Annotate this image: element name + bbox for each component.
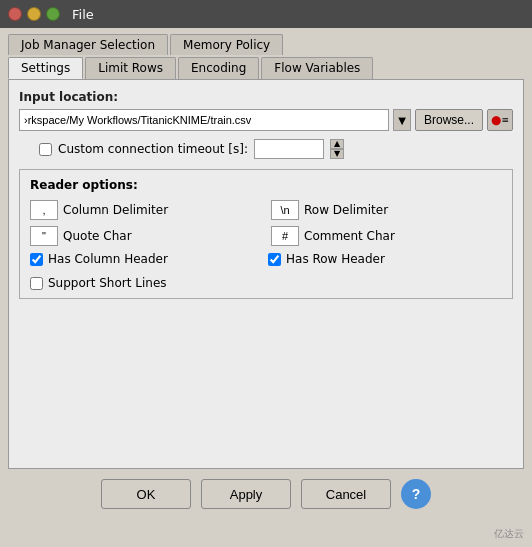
browse-button[interactable]: Browse... (415, 109, 483, 131)
spinner-down[interactable]: ▼ (330, 149, 344, 159)
support-short-lines-checkbox[interactable] (30, 277, 43, 290)
spinner-up[interactable]: ▲ (330, 139, 344, 149)
row-delimiter-label: Row Delimiter (304, 203, 388, 217)
comment-char-row: Comment Char (271, 226, 502, 246)
timeout-checkbox[interactable] (39, 143, 52, 156)
window-controls[interactable] (8, 7, 60, 21)
tab-limit-rows[interactable]: Limit Rows (85, 57, 176, 79)
tab-row-1: Job Manager Selection Memory Policy (8, 34, 524, 55)
quote-char-row: Quote Char (30, 226, 261, 246)
comment-char-label: Comment Char (304, 229, 395, 243)
tab-job-manager-selection[interactable]: Job Manager Selection (8, 34, 168, 55)
tab-row-2: Settings Limit Rows Encoding Flow Variab… (8, 57, 524, 79)
apply-button[interactable]: Apply (201, 479, 291, 509)
remote-icon-arrow: ≡ (501, 115, 509, 125)
tab-flow-variables[interactable]: Flow Variables (261, 57, 373, 79)
file-path-input[interactable] (19, 109, 389, 131)
quote-char-input[interactable] (30, 226, 58, 246)
row-delimiter-row: Row Delimiter (271, 200, 502, 220)
remote-icon: ● (491, 113, 501, 127)
checkboxes-grid: Has Column Header Has Row Header (30, 252, 502, 270)
cancel-button[interactable]: Cancel (301, 479, 391, 509)
minimize-button[interactable] (27, 7, 41, 21)
quote-char-label: Quote Char (63, 229, 132, 243)
dropdown-arrow[interactable]: ▼ (393, 109, 411, 131)
maximize-button[interactable] (46, 7, 60, 21)
tab-memory-policy[interactable]: Memory Policy (170, 34, 283, 55)
timeout-input[interactable] (254, 139, 324, 159)
input-location-row: ▼ Browse... ● ≡ (19, 109, 513, 131)
input-location-label: Input location: (19, 90, 513, 104)
column-delimiter-row: Column Delimiter (30, 200, 261, 220)
delimiter-grid: Column Delimiter Row Delimiter Quote Cha… (30, 200, 502, 246)
timeout-spinner: ▲ ▼ (330, 139, 344, 159)
ok-button[interactable]: OK (101, 479, 191, 509)
checkboxes-section: Has Column Header Has Row Header Support… (30, 252, 502, 290)
has-row-header-checkbox[interactable] (268, 253, 281, 266)
close-button[interactable] (8, 7, 22, 21)
row-delimiter-input[interactable] (271, 200, 299, 220)
has-column-header-label: Has Column Header (48, 252, 168, 266)
comment-char-input[interactable] (271, 226, 299, 246)
has-row-header-label: Has Row Header (286, 252, 385, 266)
window-title: File (72, 7, 94, 22)
column-delimiter-label: Column Delimiter (63, 203, 168, 217)
help-button[interactable]: ? (401, 479, 431, 509)
has-row-header-row: Has Row Header (268, 252, 502, 266)
has-column-header-row: Has Column Header (30, 252, 264, 266)
bottom-bar: OK Apply Cancel ? (8, 469, 524, 515)
column-delimiter-input[interactable] (30, 200, 58, 220)
tab-encoding[interactable]: Encoding (178, 57, 259, 79)
timeout-label: Custom connection timeout [s]: (58, 142, 248, 156)
content-panel: Input location: ▼ Browse... ● ≡ Custom c… (8, 79, 524, 469)
main-window: Job Manager Selection Memory Policy Sett… (0, 28, 532, 523)
reader-options-label: Reader options: (30, 178, 502, 192)
timeout-row: Custom connection timeout [s]: ▲ ▼ (19, 139, 513, 159)
watermark: 亿达云 (494, 527, 524, 541)
title-bar: File (0, 0, 532, 28)
remote-file-icon-button[interactable]: ● ≡ (487, 109, 513, 131)
support-short-lines-row: Support Short Lines (30, 276, 502, 290)
reader-options-section: Reader options: Column Delimiter Row Del… (19, 169, 513, 299)
has-column-header-checkbox[interactable] (30, 253, 43, 266)
tab-settings[interactable]: Settings (8, 57, 83, 79)
support-short-lines-label: Support Short Lines (48, 276, 167, 290)
